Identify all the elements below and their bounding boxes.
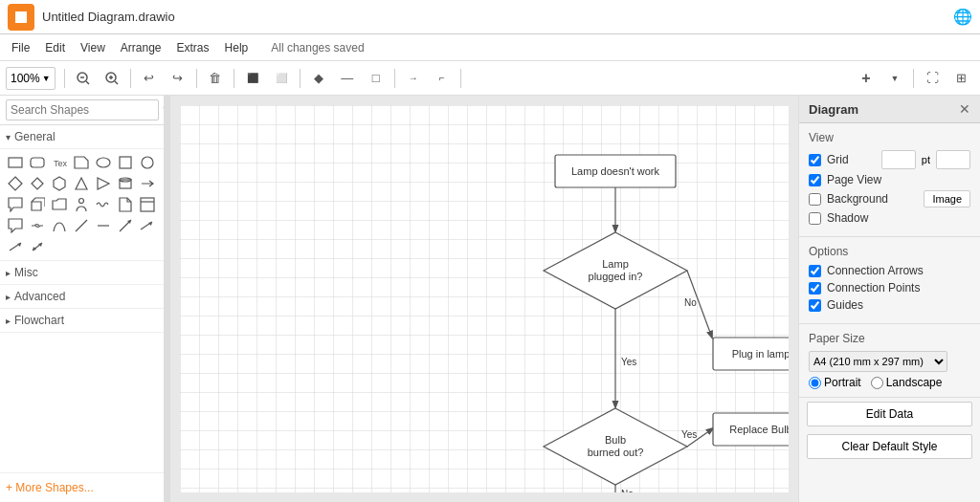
shape-speech[interactable]	[6, 216, 25, 235]
zoom-out-btn[interactable]	[70, 66, 97, 91]
shape-arrow-right[interactable]	[138, 216, 157, 235]
paper-size-select[interactable]: A4 (210 mm x 297 mm) A3 (297 mm x 420 mm…	[809, 351, 947, 372]
undo-btn[interactable]: ↩	[136, 66, 163, 91]
insert-btn[interactable]: +	[853, 66, 880, 91]
canvas-area[interactable]: Lamp doesn't work Lamp plugged in? No Pl…	[170, 96, 798, 502]
svg-marker-15	[9, 177, 22, 190]
redo-btn[interactable]: ↪	[165, 66, 191, 91]
shadow-checkbox[interactable]	[809, 212, 821, 225]
panel-header: Diagram ✕	[799, 96, 980, 123]
svg-text:Yes: Yes	[621, 357, 636, 367]
svg-marker-17	[54, 177, 65, 190]
canvas[interactable]: Lamp doesn't work Lamp plugged in? No Pl…	[180, 105, 789, 492]
delete-btn[interactable]: 🗑	[202, 66, 229, 91]
connection-points-checkbox[interactable]	[809, 282, 821, 295]
shape-table[interactable]	[138, 195, 157, 214]
menu-file[interactable]: File	[4, 39, 37, 56]
shape-circle[interactable]	[138, 153, 157, 172]
to-front-btn[interactable]: ⬛	[239, 66, 266, 91]
shadow-row: Shadow	[809, 211, 970, 225]
more-shapes-label: + More Shapes...	[6, 481, 94, 494]
background-row: Background Image	[809, 190, 970, 207]
shape-note[interactable]	[72, 153, 91, 172]
grid-size-input[interactable]: 10	[881, 150, 916, 169]
shape-text[interactable]: Text	[50, 153, 69, 172]
menu-extras[interactable]: Extras	[169, 39, 217, 56]
panel-section-view: View Grid 10 pt Page View Background Ima…	[799, 123, 980, 237]
section-advanced-label: Advanced	[14, 290, 65, 303]
zoom-in-btn[interactable]	[99, 66, 125, 91]
connection-arrows-checkbox[interactable]	[809, 265, 821, 277]
section-misc[interactable]: ▸ Misc	[0, 261, 164, 285]
guides-label: Guides	[827, 298, 970, 312]
fullscreen-btn[interactable]: ⛶	[919, 66, 946, 91]
main-area: ▾ General Text	[0, 96, 980, 502]
more-shapes-btn[interactable]: + More Shapes...	[0, 472, 164, 502]
zoom-selector[interactable]: 100% ▼	[6, 67, 56, 90]
shape-diag-line[interactable]	[72, 216, 91, 235]
landscape-radio[interactable]	[871, 377, 883, 389]
connect-btn[interactable]: →	[400, 66, 427, 91]
background-image-btn[interactable]: Image	[924, 190, 970, 207]
format-btn[interactable]: ⊞	[947, 66, 974, 91]
grid-checkbox[interactable]	[809, 154, 821, 166]
shape-person[interactable]	[72, 195, 91, 214]
pageview-checkbox[interactable]	[809, 174, 821, 186]
shape-arrow-diag[interactable]	[116, 216, 135, 235]
shape-arrows[interactable]	[138, 174, 157, 193]
shape-diamond-sm[interactable]	[6, 174, 25, 193]
shape-link[interactable]	[28, 216, 47, 235]
shape-wave[interactable]	[94, 195, 113, 214]
panel-close-btn[interactable]: ✕	[959, 101, 970, 117]
shape-ellipse[interactable]	[94, 153, 113, 172]
portrait-option[interactable]: Portrait	[809, 376, 861, 389]
shape-horiz-line[interactable]	[94, 216, 113, 235]
shape-curvy[interactable]	[50, 216, 69, 235]
line-btn[interactable]: —	[334, 66, 361, 91]
waypoint-btn[interactable]: ⌐	[429, 66, 456, 91]
svg-line-6	[115, 81, 118, 84]
menu-edit[interactable]: Edit	[37, 39, 73, 56]
shape-doc[interactable]	[116, 195, 135, 214]
edit-data-btn[interactable]: Edit Data	[807, 402, 972, 426]
portrait-radio[interactable]	[809, 377, 821, 389]
section-general[interactable]: ▾ General	[0, 125, 164, 149]
menu-view[interactable]: View	[73, 39, 113, 56]
shape-rtriangle[interactable]	[94, 174, 113, 193]
to-back-btn[interactable]: ⬜	[268, 66, 295, 91]
shape-rhombus[interactable]	[28, 174, 47, 193]
shape-rect[interactable]	[6, 153, 25, 172]
menu-help[interactable]: Help	[217, 39, 256, 56]
autosave-status: All changes saved	[271, 41, 364, 55]
svg-rect-43	[713, 338, 789, 370]
shape-double-arrow[interactable]	[28, 237, 47, 256]
background-checkbox[interactable]	[809, 193, 821, 206]
insert-dropdown-btn[interactable]: ▼	[881, 66, 908, 91]
shape-folder[interactable]	[50, 195, 69, 214]
orientation-row: Portrait Landscape	[809, 376, 970, 389]
shape-cylinder[interactable]	[116, 174, 135, 193]
svg-line-2	[86, 81, 89, 84]
svg-marker-47	[544, 408, 687, 485]
shadow-btn[interactable]: □	[363, 66, 390, 91]
section-advanced[interactable]: ▸ Advanced	[0, 285, 164, 309]
fill-btn[interactable]: ◆	[305, 66, 332, 91]
shape-arrow-up[interactable]	[6, 237, 25, 256]
clear-style-btn[interactable]: Clear Default Style	[807, 434, 972, 459]
grid-color-picker[interactable]	[936, 150, 970, 169]
toolbar-separator-1	[64, 69, 65, 88]
shape-triangle[interactable]	[72, 174, 91, 193]
shape-cube[interactable]	[28, 195, 47, 214]
shape-hex[interactable]	[50, 174, 69, 193]
svg-rect-13	[120, 157, 131, 168]
landscape-option[interactable]: Landscape	[871, 376, 943, 389]
guides-checkbox[interactable]	[809, 299, 821, 312]
shape-square[interactable]	[116, 153, 135, 172]
zoom-value: 100%	[11, 72, 40, 85]
shape-rounded-rect[interactable]	[28, 153, 47, 172]
menu-arrange[interactable]: Arrange	[113, 39, 169, 56]
search-input[interactable]	[6, 99, 159, 120]
shape-callout[interactable]	[6, 195, 25, 214]
globe-icon[interactable]: 🌐	[953, 8, 972, 26]
section-flowchart[interactable]: ▸ Flowchart	[0, 309, 164, 333]
